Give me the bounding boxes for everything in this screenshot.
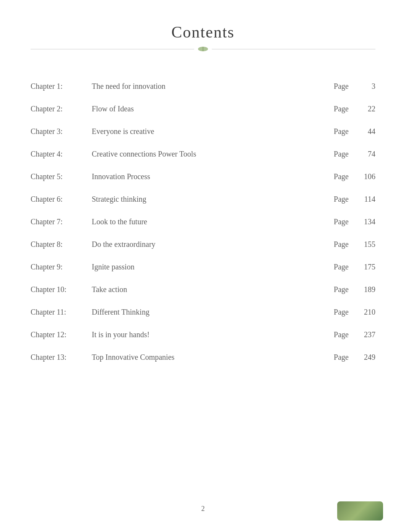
toc-page-label: Page xyxy=(334,263,349,271)
toc-row: Chapter 11: Different Thinking Page 210 xyxy=(31,301,375,323)
toc-title: Creative connections Power Tools xyxy=(92,150,334,158)
toc-chapter: Chapter 11: xyxy=(31,308,92,317)
toc-chapter: Chapter 2: xyxy=(31,104,92,113)
toc-page-label: Page xyxy=(334,150,349,158)
toc-page-label: Page xyxy=(334,330,349,339)
watermark xyxy=(337,501,383,521)
toc-page-num: 22 xyxy=(360,104,375,113)
toc-title: Innovation Process xyxy=(92,172,334,181)
toc-title: Ignite passion xyxy=(92,263,334,271)
toc-title: Flow of Ideas xyxy=(92,104,334,113)
toc-row: Chapter 10: Take action Page 189 xyxy=(31,278,375,301)
page-title: Contents xyxy=(31,23,375,41)
toc-page-num: 210 xyxy=(360,308,375,317)
toc-page-label: Page xyxy=(334,217,349,226)
toc-title: Strategic thinking xyxy=(92,195,334,204)
toc-title: Top Innovative Companies xyxy=(92,353,334,362)
toc-row: Chapter 6: Strategic thinking Page 114 xyxy=(31,188,375,211)
leaf-icon xyxy=(197,46,209,52)
toc-chapter: Chapter 3: xyxy=(31,127,92,136)
toc-page-label: Page xyxy=(334,285,349,294)
toc-row: Chapter 7: Look to the future Page 134 xyxy=(31,211,375,233)
toc-row: Chapter 5: Innovation Process Page 106 xyxy=(31,165,375,188)
toc-page-num: 74 xyxy=(360,150,375,158)
toc-chapter: Chapter 12: xyxy=(31,330,92,339)
toc-page-num: 249 xyxy=(360,353,375,362)
toc-page-label: Page xyxy=(334,82,349,91)
divider-line-left xyxy=(31,49,194,49)
toc-title: Do the extraordinary xyxy=(92,240,334,249)
toc-title: Look to the future xyxy=(92,217,334,226)
toc-chapter: Chapter 4: xyxy=(31,150,92,158)
contents-table: Chapter 1: The need for innovation Page … xyxy=(31,75,375,369)
toc-chapter: Chapter 6: xyxy=(31,195,92,204)
toc-page-num: 237 xyxy=(360,330,375,339)
title-section: Contents xyxy=(31,23,375,52)
toc-title: Take action xyxy=(92,285,334,294)
page-number: 2 xyxy=(201,505,205,513)
watermark-shape xyxy=(337,501,383,521)
toc-chapter: Chapter 10: xyxy=(31,285,92,294)
toc-page-num: 175 xyxy=(360,263,375,271)
toc-row: Chapter 3: Everyone is creative Page 44 xyxy=(31,120,375,143)
toc-chapter: Chapter 13: xyxy=(31,353,92,362)
toc-page-num: 44 xyxy=(360,127,375,136)
toc-title: Different Thinking xyxy=(92,308,334,317)
toc-page-label: Page xyxy=(334,240,349,249)
divider-line-right xyxy=(212,49,375,49)
title-divider xyxy=(31,46,375,52)
toc-chapter: Chapter 8: xyxy=(31,240,92,249)
toc-page-label: Page xyxy=(334,172,349,181)
toc-title: It is in your hands! xyxy=(92,330,334,339)
toc-row: Chapter 4: Creative connections Power To… xyxy=(31,143,375,165)
toc-chapter: Chapter 7: xyxy=(31,217,92,226)
toc-page-num: 3 xyxy=(360,82,375,91)
toc-title: The need for innovation xyxy=(92,82,334,91)
toc-row: Chapter 13: Top Innovative Companies Pag… xyxy=(31,346,375,369)
toc-row: Chapter 12: It is in your hands! Page 23… xyxy=(31,323,375,346)
toc-chapter: Chapter 1: xyxy=(31,82,92,91)
toc-page-label: Page xyxy=(334,195,349,204)
toc-page-num: 114 xyxy=(360,195,375,204)
toc-page-label: Page xyxy=(334,308,349,317)
toc-chapter: Chapter 9: xyxy=(31,263,92,271)
toc-page-label: Page xyxy=(334,127,349,136)
toc-row: Chapter 9: Ignite passion Page 175 xyxy=(31,256,375,278)
toc-row: Chapter 2: Flow of Ideas Page 22 xyxy=(31,98,375,120)
page: Contents Chapter 1: The need for innovat… xyxy=(0,0,406,532)
toc-page-label: Page xyxy=(334,353,349,362)
toc-page-label: Page xyxy=(334,104,349,113)
toc-row: Chapter 8: Do the extraordinary Page 155 xyxy=(31,233,375,256)
toc-page-num: 189 xyxy=(360,285,375,294)
toc-page-num: 106 xyxy=(360,172,375,181)
toc-title: Everyone is creative xyxy=(92,127,334,136)
toc-page-num: 155 xyxy=(360,240,375,249)
toc-page-num: 134 xyxy=(360,217,375,226)
toc-chapter: Chapter 5: xyxy=(31,172,92,181)
toc-row: Chapter 1: The need for innovation Page … xyxy=(31,75,375,98)
